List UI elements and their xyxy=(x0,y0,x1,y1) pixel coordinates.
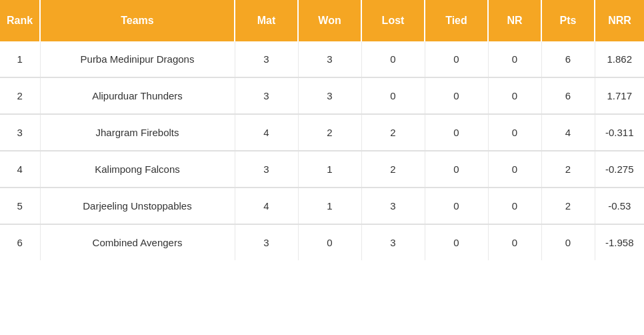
table-row: 6Combined Avengers303000-1.958 xyxy=(0,224,644,260)
cell-lost: 3 xyxy=(361,188,425,224)
cell-nrr: -0.53 xyxy=(595,188,644,224)
cell-won: 1 xyxy=(298,188,361,224)
cell-pts: 4 xyxy=(541,114,595,151)
header-tied: Tied xyxy=(425,0,488,41)
cell-tied: 0 xyxy=(425,41,488,77)
cell-rank: 3 xyxy=(0,114,40,151)
cell-nr: 0 xyxy=(488,41,541,77)
cell-mat: 3 xyxy=(235,77,298,114)
cell-nrr: -0.311 xyxy=(595,114,644,151)
cell-pts: 0 xyxy=(541,224,595,260)
cell-nr: 0 xyxy=(488,224,541,260)
cell-team: Alipurduar Thunders xyxy=(40,77,235,114)
standings-table: Rank Teams Mat Won Lost Tied NR Pts NRR … xyxy=(0,0,644,260)
cell-lost: 2 xyxy=(361,151,425,188)
cell-mat: 4 xyxy=(235,188,298,224)
cell-tied: 0 xyxy=(425,188,488,224)
cell-won: 1 xyxy=(298,151,361,188)
header-nrr: NRR xyxy=(595,0,644,41)
cell-team: Kalimpong Falcons xyxy=(40,151,235,188)
header-mat: Mat xyxy=(235,0,298,41)
cell-rank: 1 xyxy=(0,41,40,77)
cell-nr: 0 xyxy=(488,77,541,114)
cell-lost: 2 xyxy=(361,114,425,151)
table-header-row: Rank Teams Mat Won Lost Tied NR Pts NRR xyxy=(0,0,644,41)
cell-mat: 3 xyxy=(235,151,298,188)
cell-rank: 2 xyxy=(0,77,40,114)
cell-mat: 3 xyxy=(235,224,298,260)
cell-rank: 4 xyxy=(0,151,40,188)
cell-team: Purba Medinipur Dragons xyxy=(40,41,235,77)
cell-pts: 2 xyxy=(541,151,595,188)
header-nr: NR xyxy=(488,0,541,41)
header-rank: Rank xyxy=(0,0,40,41)
cell-team: Darjeeling Unstoppables xyxy=(40,188,235,224)
cell-rank: 5 xyxy=(0,188,40,224)
cell-won: 3 xyxy=(298,77,361,114)
table-row: 4Kalimpong Falcons312002-0.275 xyxy=(0,151,644,188)
cell-pts: 2 xyxy=(541,188,595,224)
cell-lost: 0 xyxy=(361,41,425,77)
header-won: Won xyxy=(298,0,361,41)
cell-nrr: 1.717 xyxy=(595,77,644,114)
cell-nrr: 1.862 xyxy=(595,41,644,77)
table-row: 1Purba Medinipur Dragons3300061.862 xyxy=(0,41,644,77)
cell-rank: 6 xyxy=(0,224,40,260)
cell-mat: 4 xyxy=(235,114,298,151)
cell-won: 2 xyxy=(298,114,361,151)
cell-nr: 0 xyxy=(488,151,541,188)
header-teams: Teams xyxy=(40,0,235,41)
cell-tied: 0 xyxy=(425,151,488,188)
table-row: 2Alipurduar Thunders3300061.717 xyxy=(0,77,644,114)
cell-tied: 0 xyxy=(425,77,488,114)
header-pts: Pts xyxy=(541,0,595,41)
cell-nrr: -0.275 xyxy=(595,151,644,188)
cell-nrr: -1.958 xyxy=(595,224,644,260)
cell-team: Combined Avengers xyxy=(40,224,235,260)
table-row: 5Darjeeling Unstoppables413002-0.53 xyxy=(0,188,644,224)
cell-won: 3 xyxy=(298,41,361,77)
cell-pts: 6 xyxy=(541,41,595,77)
cell-team: Jhargram Firebolts xyxy=(40,114,235,151)
cell-pts: 6 xyxy=(541,77,595,114)
cell-tied: 0 xyxy=(425,224,488,260)
table-row: 3Jhargram Firebolts422004-0.311 xyxy=(0,114,644,151)
cell-won: 0 xyxy=(298,224,361,260)
cell-lost: 0 xyxy=(361,77,425,114)
cell-tied: 0 xyxy=(425,114,488,151)
header-lost: Lost xyxy=(361,0,425,41)
cell-lost: 3 xyxy=(361,224,425,260)
cell-nr: 0 xyxy=(488,114,541,151)
cell-nr: 0 xyxy=(488,188,541,224)
cell-mat: 3 xyxy=(235,41,298,77)
